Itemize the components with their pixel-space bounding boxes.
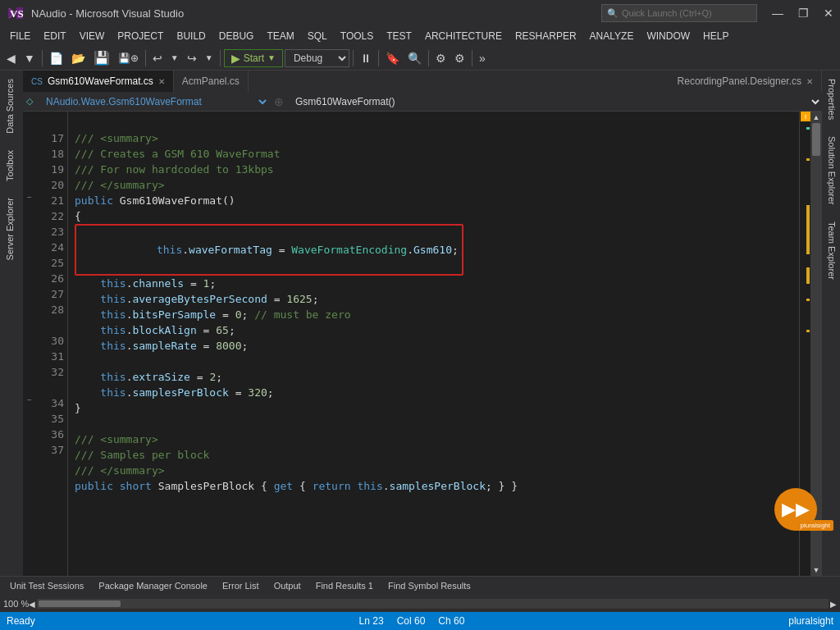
svg-text:VS: VS	[10, 7, 24, 20]
undo-drop-button[interactable]: ▼	[167, 52, 182, 64]
team-explorer-tab[interactable]: Team Explorer	[822, 213, 840, 288]
zoom-label[interactable]: 100 %	[3, 599, 29, 609]
collapse-property[interactable]: −	[27, 395, 32, 411]
new-file-button[interactable]: 📄	[46, 50, 66, 66]
toolbox-tab[interactable]: Toolbox	[0, 142, 23, 189]
menu-edit[interactable]: EDIT	[37, 29, 72, 43]
code-line	[75, 115, 792, 130]
code-line: this.channels = 1;	[75, 276, 792, 291]
refactor2-button[interactable]: ⚙	[451, 50, 468, 66]
output-tab[interactable]: Output	[267, 579, 308, 592]
more-button[interactable]: »	[476, 50, 489, 66]
data-sources-tab[interactable]: Data Sources	[0, 71, 23, 142]
status-ready: Ready	[7, 615, 35, 627]
menu-view[interactable]: VIEW	[73, 29, 112, 43]
collapse-method[interactable]: −	[27, 193, 32, 208]
method-dropdown[interactable]: Gsm610WaveFormat()	[289, 94, 822, 110]
start-label: Start	[244, 52, 264, 64]
bottom-panel: Unit Test Sessions Package Manager Conso…	[0, 576, 840, 612]
minimize-button[interactable]: —	[765, 5, 790, 21]
menu-resharper[interactable]: RESHARPER	[509, 29, 583, 43]
scroll-left-button[interactable]: ◀	[29, 600, 35, 609]
redo-drop-button[interactable]: ▼	[202, 52, 217, 64]
right-sidebar: Properties Solution Explorer Team Explor…	[822, 71, 840, 576]
code-line	[75, 354, 792, 369]
status-ln: Ln 23	[359, 615, 384, 627]
menu-help[interactable]: HELP	[696, 29, 735, 43]
menu-bar: FILE EDIT VIEW PROJECT BUILD DEBUG TEAM …	[0, 26, 840, 46]
title-bar: VS NAudio - Microsoft Visual Studio 🔍 — …	[0, 0, 840, 26]
attach-button[interactable]: ⏸	[357, 50, 375, 66]
menu-analyze[interactable]: ANALYZE	[583, 29, 641, 43]
code-line: this.blockAlign = 65;	[75, 322, 792, 338]
scroll-up-button[interactable]: ▲	[811, 112, 822, 123]
horizontal-scroll-thumb[interactable]	[39, 600, 121, 607]
bottom-tabs: Unit Test Sessions Package Manager Conso…	[0, 577, 840, 595]
server-explorer-tab[interactable]: Server Explorer	[0, 189, 23, 268]
tab-gsm610[interactable]: CS Gsm610WaveFormat.cs ✕	[23, 71, 174, 92]
code-line: this.averageBytesPerSecond = 1625;	[75, 291, 792, 307]
line-numbers: 17 18 19 20 21 22 23 24 25 26 27 28 30	[36, 112, 67, 576]
code-line: /// For now hardcoded to 13kbps	[75, 162, 792, 177]
status-bar: Ready Ln 23 Col 60 Ch 60 pluralsight	[0, 612, 840, 630]
code-line: /// <summary>	[75, 130, 792, 146]
menu-team[interactable]: TEAM	[260, 29, 300, 43]
namespace-dropdown[interactable]: NAudio.Wave.Gsm610WaveFormat	[39, 94, 269, 110]
properties-tab[interactable]: Properties	[822, 71, 840, 128]
tab-label-acmpanel: AcmPanel.cs	[182, 75, 240, 87]
code-line: /// </summary>	[75, 177, 792, 193]
scroll-down-button[interactable]: ▼	[811, 564, 822, 576]
code-line: /// Samples per block	[75, 447, 792, 463]
open-button[interactable]: 📂	[68, 50, 89, 66]
solution-explorer-tab[interactable]: Solution Explorer	[822, 128, 840, 213]
highlighted-code-line: this.waveFormatTag = WaveFormatEncoding.…	[75, 224, 792, 276]
menu-tools[interactable]: TOOLS	[334, 29, 380, 43]
tab-bar: CS Gsm610WaveFormat.cs ✕ AcmPanel.cs Rec…	[23, 71, 822, 92]
tab-acmpanel[interactable]: AcmPanel.cs	[174, 71, 249, 92]
refactor-button[interactable]: ⚙	[432, 50, 450, 66]
restore-button[interactable]: ❐	[792, 5, 815, 21]
code-content[interactable]: /// <summary> /// Creates a GSM 610 Wave…	[68, 112, 799, 576]
menu-architecture[interactable]: ARCHITECTURE	[418, 29, 509, 43]
horizontal-scrollbar[interactable]	[37, 599, 829, 609]
status-col: Col 60	[397, 615, 426, 627]
save-all-button[interactable]: 💾⊕	[115, 51, 142, 66]
tab-close-gsm610[interactable]: ✕	[158, 77, 165, 86]
scroll-thumb[interactable]	[812, 123, 820, 156]
quick-launch-input[interactable]	[622, 8, 745, 18]
tab-close-recording[interactable]: ✕	[806, 77, 813, 86]
code-line	[75, 416, 792, 431]
menu-file[interactable]: FILE	[3, 29, 37, 43]
forward-button[interactable]: ▼	[21, 50, 39, 66]
back-button[interactable]: ◀	[3, 50, 19, 66]
menu-test[interactable]: TEST	[380, 29, 418, 43]
app-title: NAudio - Microsoft Visual Studio	[31, 7, 601, 20]
start-button[interactable]: ▶ Start ▼	[224, 49, 283, 67]
find-symbol-tab[interactable]: Find Symbol Results	[381, 579, 477, 592]
toolbar: ◀ ▼ 📄 📂 💾 💾⊕ ↩ ▼ ↪ ▼ ▶ Start ▼ Debug Rel…	[0, 46, 840, 71]
find-button[interactable]: 🔍	[404, 50, 425, 66]
package-manager-tab[interactable]: Package Manager Console	[92, 579, 214, 592]
redo-button[interactable]: ↪	[184, 50, 200, 66]
code-line: /// </summary>	[75, 463, 792, 478]
undo-button[interactable]: ↩	[149, 50, 166, 66]
menu-build[interactable]: BUILD	[170, 29, 212, 43]
scroll-right-button[interactable]: ▶	[830, 600, 837, 609]
code-line: this.sampleRate = 8000;	[75, 338, 792, 354]
tab-recordingpanel[interactable]: RecordingPanel.Designer.cs ✕	[669, 71, 822, 92]
error-list-tab[interactable]: Error List	[216, 579, 266, 592]
vs-logo: VS	[7, 4, 25, 22]
menu-project[interactable]: PROJECT	[111, 29, 170, 43]
close-button[interactable]: ✕	[817, 5, 840, 21]
menu-debug[interactable]: DEBUG	[212, 29, 261, 43]
menu-window[interactable]: WINDOW	[640, 29, 696, 43]
code-line: this.samplesPerBlock = 320;	[75, 385, 792, 400]
horizontal-scroll-container: 100 % ◀ ▶	[0, 595, 840, 613]
find-results1-tab[interactable]: Find Results 1	[309, 579, 380, 592]
save-button[interactable]: 💾	[90, 48, 113, 67]
bookmark-button[interactable]: 🔖	[382, 50, 403, 66]
unit-test-tab[interactable]: Unit Test Sessions	[3, 579, 90, 592]
config-dropdown[interactable]: Debug Release	[285, 49, 349, 67]
menu-sql[interactable]: SQL	[301, 29, 334, 43]
code-editor: − · −	[23, 112, 822, 576]
